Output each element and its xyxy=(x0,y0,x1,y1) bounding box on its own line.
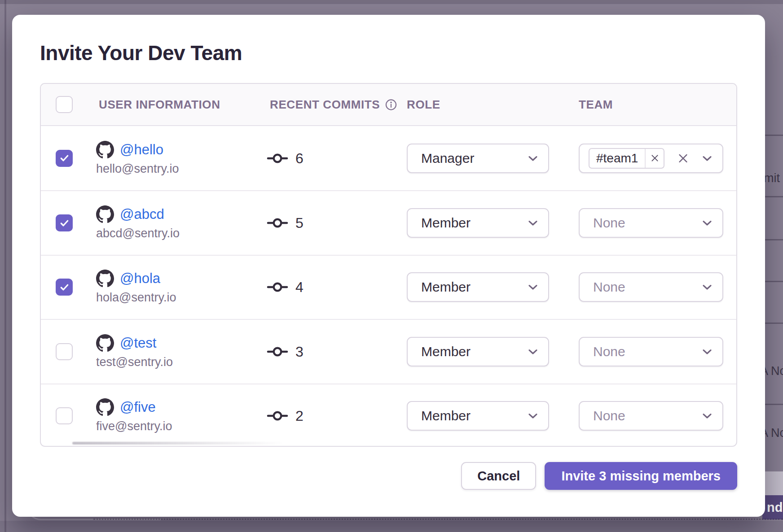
commit-count: 4 xyxy=(295,279,304,296)
remove-team-icon[interactable] xyxy=(645,149,664,168)
column-header-recent-commits: RECENT COMMITS xyxy=(270,98,397,112)
github-username-link[interactable]: @five xyxy=(120,399,156,415)
github-icon xyxy=(96,141,114,159)
background-edge-line xyxy=(4,0,6,532)
select-all-checkbox[interactable] xyxy=(56,96,73,113)
github-username-link[interactable]: @test xyxy=(120,335,156,351)
team-select[interactable]: None xyxy=(579,272,723,302)
commits-cell: 3 xyxy=(267,343,304,360)
role-select[interactable]: Member xyxy=(407,401,549,431)
user-cell: @five five@sentry.io xyxy=(96,398,172,433)
team-select[interactable]: None xyxy=(579,401,723,431)
github-icon xyxy=(96,205,114,223)
row-checkbox[interactable] xyxy=(56,343,73,360)
github-icon xyxy=(96,334,114,352)
background-light-band xyxy=(762,471,783,495)
column-header-recent-commits-label: RECENT COMMITS xyxy=(270,98,380,112)
invite-members-table: USER INFORMATION RECENT COMMITS ROLE TEA… xyxy=(40,83,737,447)
background-table-line xyxy=(763,239,783,240)
role-select-value: Member xyxy=(408,279,471,295)
table-row: @hello hello@sentry.io 6 Manager #team1 xyxy=(41,126,736,190)
background-bottom-band xyxy=(0,521,783,532)
team-select-placeholder: None xyxy=(580,408,625,423)
chevron-down-icon xyxy=(700,216,714,230)
git-commit-icon xyxy=(267,345,288,358)
team-chip: #team1 xyxy=(589,148,664,169)
row-checkbox[interactable] xyxy=(56,150,73,167)
role-select-value: Member xyxy=(408,215,471,231)
chevron-down-icon xyxy=(526,151,540,166)
role-select[interactable]: Member xyxy=(407,208,549,238)
cancel-button[interactable]: Cancel xyxy=(461,462,536,490)
role-select-value: Member xyxy=(408,408,471,423)
modal-footer: Cancel Invite 3 missing members xyxy=(40,462,737,490)
commit-count: 6 xyxy=(295,150,304,166)
user-cell: @abcd abcd@sentry.io xyxy=(96,205,180,240)
git-commit-icon xyxy=(267,281,288,293)
team-select[interactable]: None xyxy=(579,337,723,366)
chevron-down-icon xyxy=(700,344,714,359)
user-cell: @hola hola@sentry.io xyxy=(96,270,176,305)
user-email: hello@sentry.io xyxy=(96,162,179,176)
chevron-down-icon xyxy=(526,409,540,423)
chevron-down-icon xyxy=(526,280,540,294)
user-email: five@sentry.io xyxy=(96,419,172,433)
commit-count: 5 xyxy=(295,215,304,231)
background-partial-text-commits: mit xyxy=(764,171,780,185)
scroll-shadow xyxy=(72,442,283,445)
checkmark-icon xyxy=(59,218,70,228)
chevron-down-icon xyxy=(700,280,714,294)
commits-cell: 2 xyxy=(267,408,304,424)
chevron-down-icon xyxy=(526,344,540,359)
commits-cell: 5 xyxy=(267,215,304,231)
role-select[interactable]: Member xyxy=(407,272,549,302)
commits-cell: 4 xyxy=(267,279,304,296)
checkmark-icon xyxy=(59,282,70,292)
chevron-down-icon xyxy=(700,409,714,423)
table-row: @abcd abcd@sentry.io 5 Member None xyxy=(41,190,736,254)
github-username-link[interactable]: @hello xyxy=(120,142,163,158)
row-checkbox[interactable] xyxy=(56,407,73,424)
github-username-link[interactable]: @abcd xyxy=(120,206,164,222)
background-table-line xyxy=(763,281,783,282)
column-header-team: TEAM xyxy=(579,98,613,112)
role-select-value: Manager xyxy=(408,151,474,166)
team-select-placeholder: None xyxy=(580,279,625,295)
background-top-strip xyxy=(0,0,783,4)
git-commit-icon xyxy=(267,217,288,229)
github-username-link[interactable]: @hola xyxy=(120,270,160,287)
chevron-down-icon xyxy=(526,216,540,230)
background-dotted-line xyxy=(93,519,783,520)
user-cell: @hello hello@sentry.io xyxy=(96,141,179,176)
commit-count: 2 xyxy=(295,408,304,424)
modal-title: Invite Your Dev Team xyxy=(40,41,737,65)
role-select[interactable]: Member xyxy=(407,337,549,366)
invite-missing-members-button[interactable]: Invite 3 missing members xyxy=(545,462,737,490)
github-icon xyxy=(96,398,114,416)
background-table-line xyxy=(763,323,783,324)
chevron-down-icon xyxy=(700,151,714,166)
team-select[interactable]: None xyxy=(579,208,723,238)
user-email: abcd@sentry.io xyxy=(96,227,180,240)
clear-team-icon[interactable] xyxy=(677,152,689,164)
info-icon[interactable] xyxy=(385,98,397,111)
row-checkbox[interactable] xyxy=(56,214,73,231)
table-header-row: USER INFORMATION RECENT COMMITS ROLE TEA… xyxy=(41,84,736,126)
column-header-role: ROLE xyxy=(407,98,440,112)
row-checkbox[interactable] xyxy=(56,279,73,296)
commits-cell: 6 xyxy=(267,150,304,166)
invite-dev-team-modal: Invite Your Dev Team USER INFORMATION RE… xyxy=(12,15,765,517)
user-email: hola@sentry.io xyxy=(96,291,176,305)
background-partial-button: nd xyxy=(762,495,783,519)
git-commit-icon xyxy=(267,410,288,422)
team-select-placeholder: None xyxy=(580,215,625,231)
screen: mit A No A No nd Invite Your Dev Team US… xyxy=(0,0,783,532)
user-email: test@sentry.io xyxy=(96,355,173,369)
table-row: @five five@sentry.io 2 Member None xyxy=(41,384,736,447)
checkmark-icon xyxy=(59,153,70,163)
team-select[interactable]: #team1 xyxy=(579,144,723,173)
team-select-placeholder: None xyxy=(580,344,625,359)
role-select[interactable]: Manager xyxy=(407,144,549,173)
user-cell: @test test@sentry.io xyxy=(96,334,173,369)
role-select-value: Member xyxy=(408,344,471,359)
